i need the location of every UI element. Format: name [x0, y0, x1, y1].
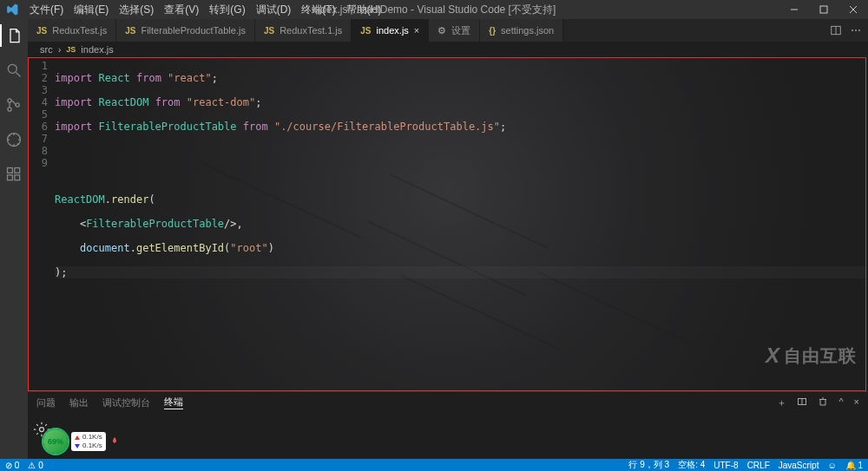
- panel-tab-output[interactable]: 输出: [69, 396, 89, 409]
- menu-goto[interactable]: 转到(G): [204, 0, 250, 19]
- speed-values: 0.1K/s 0.1K/s: [71, 432, 106, 451]
- kill-terminal-icon[interactable]: [818, 396, 828, 409]
- title-bar: 文件(F) 编辑(E) 选择(S) 查看(V) 转到(G) 调试(D) 终端(T…: [0, 0, 868, 19]
- svg-point-8: [16, 103, 19, 107]
- status-warnings[interactable]: ⚠ 0: [28, 461, 43, 470]
- svg-rect-11: [15, 168, 20, 173]
- watermark: X自由互联: [766, 343, 857, 368]
- menu-file[interactable]: 文件(F): [24, 0, 69, 19]
- close-button[interactable]: [838, 0, 868, 19]
- menu-debug[interactable]: 调试(D): [251, 0, 297, 19]
- vscode-logo-icon: [0, 0, 24, 19]
- split-editor-icon[interactable]: [830, 24, 842, 36]
- maximize-button[interactable]: [809, 0, 838, 19]
- tab-index[interactable]: JSindex.js×: [352, 19, 429, 42]
- extensions-icon[interactable]: [0, 163, 28, 186]
- code-lines[interactable]: import React from "react"; import ReactD…: [55, 60, 865, 303]
- status-eol[interactable]: CRLF: [747, 461, 770, 470]
- close-icon[interactable]: ×: [414, 25, 419, 36]
- menu-edit[interactable]: 编辑(E): [69, 0, 114, 19]
- status-notifications[interactable]: 🔔 1: [845, 461, 863, 470]
- panel-tab-problems[interactable]: 问题: [36, 396, 56, 409]
- breadcrumbs[interactable]: src›JSindex.js: [28, 42, 868, 57]
- status-cursor[interactable]: 行 9，列 3: [628, 459, 669, 471]
- more-actions-icon[interactable]: ⋯: [851, 24, 861, 36]
- svg-point-6: [8, 99, 11, 102]
- tab-filterable[interactable]: JSFilterableProductTable.js: [116, 19, 255, 42]
- speed-percent: 69%: [43, 429, 68, 454]
- debug-icon[interactable]: [0, 128, 28, 151]
- split-terminal-icon[interactable]: [797, 396, 807, 409]
- svg-rect-10: [8, 168, 13, 173]
- explorer-icon[interactable]: [0, 24, 28, 47]
- status-encoding[interactable]: UTF-8: [713, 461, 738, 470]
- source-control-icon[interactable]: [0, 94, 28, 116]
- line-gutter: 123456789: [29, 60, 55, 303]
- status-feedback[interactable]: ☺: [827, 461, 836, 470]
- panel-tab-terminal[interactable]: 终端: [164, 396, 183, 409]
- svg-rect-13: [15, 175, 20, 180]
- new-terminal-icon[interactable]: ＋: [777, 396, 786, 409]
- svg-point-7: [8, 108, 11, 111]
- menu-help[interactable]: 帮助(H): [341, 0, 387, 19]
- menu-view[interactable]: 查看(V): [159, 0, 204, 19]
- menu-terminal[interactable]: 终端(T): [296, 0, 340, 19]
- bottom-panel: 问题 输出 调试控制台 终端 ＋ ^ × 69%: [28, 391, 868, 459]
- svg-line-5: [16, 73, 21, 77]
- search-icon[interactable]: [0, 59, 28, 82]
- minimize-button[interactable]: [779, 0, 809, 19]
- status-errors[interactable]: ⊘ 0: [5, 461, 19, 470]
- status-language[interactable]: JavaScript: [779, 461, 819, 470]
- menu-select[interactable]: 选择(S): [114, 0, 159, 19]
- tab-reduxtest1[interactable]: JSReduxTest.1.js: [255, 19, 352, 42]
- editor-tabs: JSReduxTest.js JSFilterableProductTable.…: [28, 19, 868, 42]
- net-speed-floater[interactable]: 69% 0.1K/s 0.1K/s: [43, 429, 120, 454]
- activity-bar: [0, 19, 28, 459]
- tab-reduxtest[interactable]: JSReduxTest.js: [28, 19, 116, 42]
- rocket-icon: [109, 436, 120, 447]
- code-editor[interactable]: 123456789 import React from "react"; imp…: [28, 57, 866, 391]
- gear-icon: ⚙: [437, 25, 446, 36]
- maximize-panel-icon[interactable]: ^: [838, 396, 843, 409]
- tab-settingsjson[interactable]: {}settings.json: [480, 19, 563, 42]
- panel-tab-debugconsole[interactable]: 调试控制台: [102, 396, 150, 409]
- status-bar: ⊘ 0 ⚠ 0 行 9，列 3 空格: 4 UTF-8 CRLF JavaScr…: [0, 459, 868, 471]
- tab-settings[interactable]: ⚙设置: [429, 19, 480, 42]
- svg-rect-12: [8, 175, 13, 180]
- svg-rect-1: [820, 6, 827, 13]
- status-indent[interactable]: 空格: 4: [678, 459, 705, 471]
- close-panel-icon[interactable]: ×: [854, 396, 859, 409]
- menu-bar: 文件(F) 编辑(E) 选择(S) 查看(V) 转到(G) 调试(D) 终端(T…: [24, 0, 386, 19]
- svg-point-4: [8, 64, 16, 73]
